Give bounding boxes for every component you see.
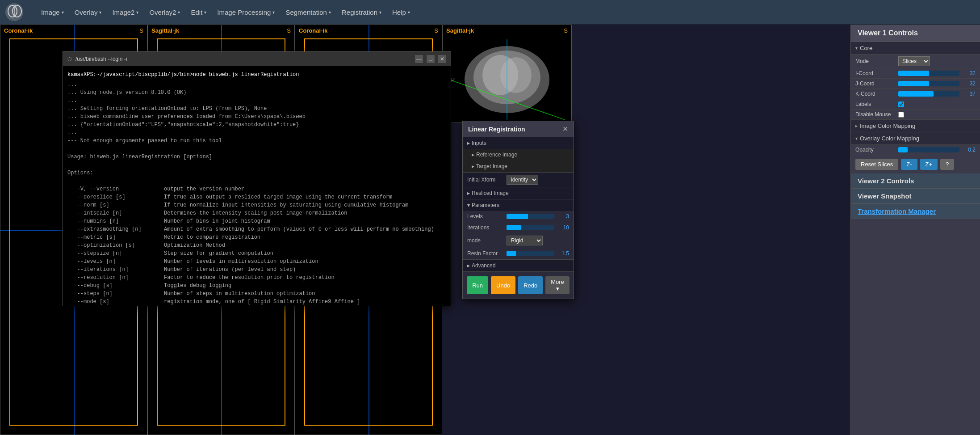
- linreg-resliced-header[interactable]: ▸ Resliced Image: [463, 187, 574, 199]
- image-color-mapping-header[interactable]: ▸ Image Color Mapping: [851, 120, 980, 132]
- nav-overlay[interactable]: Overlay ▾: [69, 6, 107, 19]
- svg-text:P: P: [451, 77, 455, 83]
- opacity-track[interactable]: [898, 147, 959, 152]
- terminal-opt-steps: --steps [n] Number of steps in multireso…: [67, 290, 446, 298]
- terminal-opt-numbins: --numbins [n] Number of bins in joint hi…: [67, 217, 446, 225]
- linreg-advanced-header[interactable]: ▸ Advanced: [463, 260, 574, 271]
- terminal-line-2: ... Using node.js version 8.10.0 (OK): [67, 89, 446, 97]
- viewer4-s: S: [564, 27, 568, 34]
- nav-help[interactable]: Help ▾: [387, 6, 415, 19]
- linreg-mode-label: mode: [467, 237, 503, 244]
- linreg-resliced-arrow: ▸: [467, 190, 470, 196]
- linreg-redo-button[interactable]: Redo: [518, 276, 543, 294]
- nav-edit-arrow: ▾: [204, 10, 206, 15]
- svg-point-13: [500, 57, 532, 93]
- linreg-advanced-section: ▸ Advanced: [463, 260, 574, 272]
- nav-overlay2-arrow: ▾: [178, 10, 180, 15]
- labels-row: Labels: [851, 99, 980, 110]
- icm-arrow: ▸: [855, 123, 858, 128]
- terminal-blank-3: [67, 177, 446, 185]
- linreg-target-header[interactable]: ▸ Target Image: [463, 160, 574, 172]
- nav-overlay2[interactable]: Overlay2 ▾: [144, 6, 185, 19]
- terminal-line-3: ...: [67, 97, 446, 105]
- linreg-reference-arrow: ▸: [472, 152, 474, 158]
- linreg-levels-label: Levels: [467, 213, 503, 220]
- reset-slices-button[interactable]: Reset Slices: [855, 159, 898, 170]
- terminal-line-0: kamasXPS:~/javascript/biscpplib/js/bin>n…: [67, 71, 446, 79]
- terminal-opt-mode: --mode [s] registration mode, one of [ R…: [67, 298, 446, 306]
- main: Coronal-ik S Sagittal-jk S: [0, 25, 980, 435]
- terminal-close-button[interactable]: ✕: [438, 55, 446, 63]
- overlay-color-mapping-header[interactable]: ▾ Overlay Color Mapping: [851, 132, 980, 145]
- jcoord-label: J-Coord: [855, 80, 896, 87]
- viewer2-controls-header[interactable]: Viewer 2 Controls: [851, 173, 980, 189]
- linreg-reference-header[interactable]: ▸ Reference Image: [463, 149, 574, 160]
- opacity-row: Opacity 0.2: [851, 145, 980, 155]
- kcoord-track[interactable]: [898, 91, 959, 97]
- linreg-params-header[interactable]: ▾ Parameters: [463, 199, 574, 211]
- terminal-opt-optimization: --optimization [s] Optimization Method: [67, 241, 446, 249]
- linreg-levels-row: Levels 3: [463, 211, 574, 222]
- mri-image: P: [443, 36, 571, 122]
- terminal-titlebar: ⬡ /usr/bin/bash --login -i — □ ✕: [63, 52, 451, 66]
- nav-segmentation[interactable]: Segmentation ▾: [280, 6, 336, 19]
- transformation-manager-header[interactable]: Transformation Manager: [851, 204, 980, 219]
- terminal-maximize-button[interactable]: □: [427, 55, 435, 63]
- viewer3-s: S: [434, 27, 438, 34]
- terminal-line-5: ... bisweb commandline user preferences …: [67, 113, 446, 121]
- linreg-run-button[interactable]: Run: [467, 276, 488, 294]
- linreg-iterations-row: Iterations 10: [463, 222, 574, 233]
- nav-segmentation-arrow: ▾: [329, 10, 331, 15]
- terminal-opt-metric: --metric [s] Metric to compare registrat…: [67, 233, 446, 241]
- linreg-levels-track[interactable]: [507, 214, 554, 219]
- viewer-panel-4[interactable]: Sagittal-jk S: [442, 25, 572, 123]
- linreg-levels-value: 3: [558, 213, 569, 220]
- z-minus-button[interactable]: Z-: [901, 159, 917, 170]
- linreg-advanced-arrow: ▸: [467, 262, 470, 269]
- navbar: Image ▾ Overlay ▾ Image2 ▾ Overlay2 ▾ Ed…: [0, 0, 980, 25]
- nav-image-processing[interactable]: Image Processing ▾: [212, 6, 280, 19]
- terminal-opt-extrasmoothing: --extrasmoothing [n] Amount of extra smo…: [67, 225, 446, 233]
- linreg-inputs-section: ▸ Inputs ▸ Reference Image ▸ Target Imag…: [463, 137, 574, 173]
- nav-edit[interactable]: Edit ▾: [185, 6, 212, 19]
- linreg-levels-fill: [507, 214, 528, 219]
- terminal-line-1: ...: [67, 80, 446, 89]
- labels-checkbox[interactable]: [898, 101, 904, 107]
- viewer-grid: Coronal-ik S Sagittal-jk S: [0, 25, 850, 435]
- question-button[interactable]: ?: [940, 159, 954, 170]
- terminal-line-4: ... Setting forcing orientationOnLoad to…: [67, 105, 446, 113]
- viewer-snapshot-header[interactable]: Viewer Snapshot: [851, 189, 980, 204]
- viewer1-controls-header: Viewer 1 Controls: [851, 25, 980, 42]
- linreg-mode-select[interactable]: Rigid Similarity Affine9 Affine: [507, 236, 543, 245]
- viewer2-s: S: [287, 27, 291, 34]
- terminal-body[interactable]: kamasXPS:~/javascript/biscpplib/js/bin>n…: [63, 66, 451, 306]
- icoord-track[interactable]: [898, 71, 959, 76]
- jcoord-track[interactable]: [898, 81, 959, 86]
- terminal-opt-levels: --levels [n] Number of levels in multire…: [67, 258, 446, 266]
- z-plus-button[interactable]: Z+: [920, 159, 938, 170]
- linreg-resln-track[interactable]: [507, 251, 554, 256]
- linreg-close-button[interactable]: ✕: [562, 125, 568, 133]
- icoord-value: 32: [962, 70, 976, 76]
- linreg-iterations-track[interactable]: [507, 225, 554, 230]
- linreg-inputs-header[interactable]: ▸ Inputs: [463, 137, 574, 149]
- linreg-more-button[interactable]: More ▾: [545, 276, 570, 294]
- mode-label: Mode: [855, 58, 896, 64]
- nav-image2[interactable]: Image2 ▾: [107, 6, 144, 19]
- terminal-line-6: ... {"orientationOnLoad":"LPS","snapshot…: [67, 121, 446, 129]
- right-panel: Viewer 1 Controls ▾ Core Mode Slices Vol…: [850, 25, 980, 435]
- disable-mouse-checkbox[interactable]: [898, 112, 904, 118]
- nav-image[interactable]: Image ▾: [36, 6, 69, 19]
- nav-registration[interactable]: Registration ▾: [336, 6, 387, 19]
- core-section-header[interactable]: ▾ Core: [851, 42, 980, 55]
- labels-label: Labels: [855, 101, 896, 107]
- linreg-undo-button[interactable]: Undo: [491, 276, 515, 294]
- kcoord-value: 37: [962, 91, 976, 97]
- linreg-initial-xform-select[interactable]: identity: [507, 175, 538, 185]
- linreg-params-section: ▾ Parameters Levels 3 Iterations: [463, 199, 574, 260]
- terminal-opt-resolution: --resolution [n] Factor to reduce the re…: [67, 274, 446, 282]
- terminal-minimize-button[interactable]: —: [415, 55, 423, 63]
- kcoord-row: K-Coord 37: [851, 89, 980, 99]
- mode-select[interactable]: Slices Volume 3D: [898, 56, 930, 66]
- terminal-title: /usr/bin/bash --login -i: [75, 56, 411, 62]
